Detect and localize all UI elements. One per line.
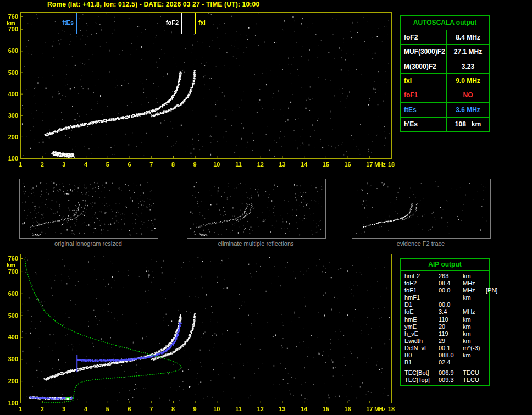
- row-note: [486, 359, 486, 366]
- row-unit: MHz: [463, 308, 486, 316]
- aip-table-title: AIP output: [401, 259, 489, 271]
- aip-row: foF208.4MHz: [401, 280, 489, 287]
- row-name: ymE: [404, 323, 439, 330]
- row-name: TEC[Bot]: [404, 369, 439, 377]
- row-name: hmE: [404, 316, 439, 323]
- row-value: NO: [447, 88, 489, 102]
- row-label: fxI: [401, 74, 447, 87]
- row-name: B0: [404, 352, 439, 359]
- row-unit: MHz: [463, 287, 486, 294]
- row-note: [486, 316, 486, 323]
- row-name: foF2: [404, 280, 439, 287]
- row-value: 27.1 MHz: [447, 45, 489, 58]
- thumbnail-filtered-canvas: [187, 179, 326, 239]
- row-note: [486, 308, 486, 316]
- row-unit: km: [463, 330, 486, 337]
- row-note: [486, 330, 486, 337]
- aip-row: hmF1---km: [401, 294, 489, 301]
- row-note: [486, 294, 486, 301]
- row-note: [486, 377, 486, 384]
- thumbnail-caption-filtered: eliminate multiple reflections: [186, 240, 325, 247]
- table-row: fxI9.0 MHz: [401, 74, 489, 88]
- aip-row: B102.4: [401, 359, 489, 366]
- row-value: 29: [439, 337, 463, 345]
- thumbnail-caption-original: original ionogram resized: [19, 240, 158, 247]
- row-value: 088.0: [439, 352, 463, 359]
- aip-row: h_vE119km: [401, 330, 489, 337]
- aip-row: TEC[Top]009.3TECU: [401, 377, 489, 384]
- tec-rows: TEC[Bot]006.9TECUTEC[Top]009.3TECU: [401, 369, 489, 384]
- row-label: foF1: [401, 88, 447, 102]
- divider: [401, 368, 489, 368]
- row-value: 263: [439, 273, 463, 280]
- row-value: 8.4 MHz: [447, 30, 489, 44]
- row-note: [PN]: [486, 287, 497, 294]
- aip-row: TEC[Bot]006.9TECU: [401, 369, 489, 377]
- aip-row: DelN_vE00.1m^(-3): [401, 345, 489, 352]
- aip-row: foE3.4MHz: [401, 308, 489, 316]
- row-name: DelN_vE: [404, 345, 439, 352]
- row-unit: [463, 301, 486, 308]
- row-unit: TECU: [463, 377, 486, 384]
- row-unit: km: [463, 294, 486, 301]
- aip-rows: hmF2263kmfoF208.4MHzfoF100.0MHz[PN]hmF1-…: [401, 273, 489, 366]
- row-name: Ewidth: [404, 337, 439, 345]
- row-note: [486, 323, 486, 330]
- row-unit: km: [463, 273, 486, 280]
- thumbnail-original-canvas: [19, 179, 158, 239]
- row-note: [486, 273, 486, 280]
- row-value: 3.6 MHz: [447, 103, 489, 117]
- row-value: 00.1: [439, 345, 463, 352]
- thumbnail-f2-evidence-canvas: [352, 179, 491, 239]
- row-name: foF1: [404, 287, 439, 294]
- aip-row: Ewidth29km: [401, 337, 489, 345]
- row-value: 110: [439, 316, 463, 323]
- row-note: [486, 301, 486, 308]
- aip-row: ymE20km: [401, 323, 489, 330]
- row-value: 00.0: [439, 301, 463, 308]
- row-unit: m^(-3): [463, 345, 486, 352]
- aip-row: B0088.0km: [401, 352, 489, 359]
- row-value: 3.23: [447, 59, 489, 73]
- ionogram-chart-canvas: [0, 7, 398, 173]
- table-row: foF28.4 MHz: [401, 30, 489, 45]
- row-value: 009.3: [439, 377, 463, 384]
- autoscala-table-title: AUTOSCALA output: [401, 16, 489, 30]
- row-label: MUF(3000)F2: [401, 45, 447, 58]
- row-value: 00.0: [439, 287, 463, 294]
- row-value: ---: [439, 294, 463, 301]
- row-unit: MHz: [463, 280, 486, 287]
- row-name: hmF2: [404, 273, 439, 280]
- table-row: foF1NO: [401, 88, 489, 103]
- row-value: 08.4: [439, 280, 463, 287]
- row-name: h_vE: [404, 330, 439, 337]
- row-unit: km: [463, 337, 486, 345]
- row-label: foF2: [401, 30, 447, 44]
- row-unit: TECU: [463, 369, 486, 377]
- row-note: [486, 345, 486, 352]
- row-value: 20: [439, 323, 463, 330]
- row-value: 3.4: [439, 308, 463, 316]
- row-label: h'Es: [401, 118, 447, 131]
- row-unit: km: [463, 323, 486, 330]
- row-value: 02.4: [439, 359, 463, 366]
- aip-row: hmE110km: [401, 316, 489, 323]
- row-name: hmF1: [404, 294, 439, 301]
- profile-chart-canvas: [0, 248, 398, 415]
- table-row: M(3000)F23.23: [401, 59, 489, 74]
- aip-output-table: AIP output hmF2263kmfoF208.4MHzfoF100.0M…: [400, 258, 490, 386]
- row-unit: km: [463, 352, 486, 359]
- table-row: h'Es108 km: [401, 118, 489, 131]
- aip-row: foF100.0MHz[PN]: [401, 287, 489, 294]
- table-row: ftEs3.6 MHz: [401, 103, 489, 117]
- row-note: [486, 280, 486, 287]
- row-name: B1: [404, 359, 439, 366]
- row-value: 119: [439, 330, 463, 337]
- row-note: [486, 352, 486, 359]
- row-unit: km: [463, 316, 486, 323]
- table-row: MUF(3000)F227.1 MHz: [401, 45, 489, 59]
- row-note: [486, 369, 486, 377]
- row-value: 006.9: [439, 369, 463, 377]
- autoscala-output-table: AUTOSCALA output foF28.4 MHzMUF(3000)F22…: [400, 15, 490, 132]
- thumbnail-caption-f2: evidence F2 trace: [351, 240, 490, 247]
